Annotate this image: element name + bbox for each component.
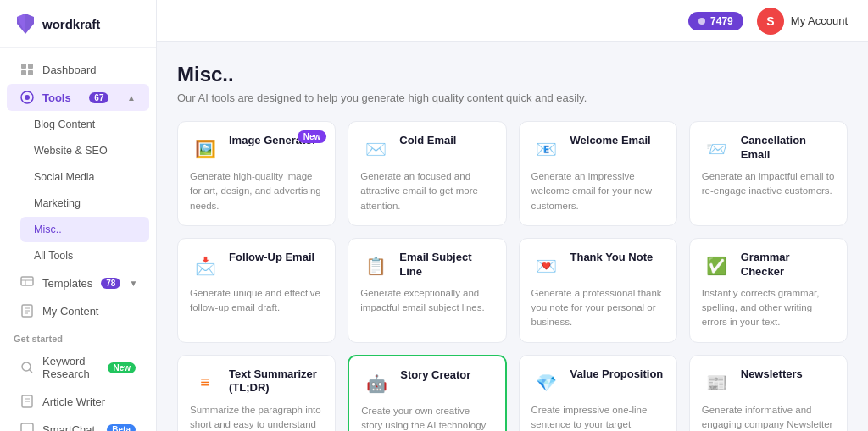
- tool-card-newsletters[interactable]: 📰 Newsletters Generate informative and e…: [689, 355, 848, 432]
- tool-card-header: 📋 Email Subject Line: [360, 251, 493, 281]
- sidebar-item-marketing[interactable]: Marketing: [20, 191, 149, 216]
- logo-text: wordkraft: [42, 17, 100, 31]
- sidebar-item-misc[interactable]: Misc..: [20, 217, 149, 242]
- templates-badge: 78: [101, 278, 120, 289]
- sidebar-item-templates[interactable]: Templates 78 ▼: [7, 269, 149, 296]
- tool-card-header: ✅ Grammar Checker: [702, 251, 835, 281]
- sidebar-item-keyword-research[interactable]: Keyword Research New: [7, 348, 149, 387]
- keyword-research-badge: New: [108, 362, 136, 373]
- tools-arrow: ▲: [127, 93, 136, 102]
- sidebar-item-blog-content[interactable]: Blog Content: [20, 112, 149, 137]
- sidebar-item-website-seo[interactable]: Website & SEO: [20, 138, 149, 163]
- tool-card-grammar-checker[interactable]: ✅ Grammar Checker Instantly corrects gra…: [689, 238, 848, 343]
- sidebar-item-social-media[interactable]: Social Media: [20, 164, 149, 190]
- tool-card-email-subject-line[interactable]: 📋 Email Subject Line Generate exceptiona…: [348, 238, 506, 343]
- templates-label: Templates: [42, 277, 92, 290]
- logo: wordkraft: [0, 0, 156, 48]
- tool-name: Text Summarizer (TL;DR): [229, 367, 323, 396]
- tool-icon: ✉️: [360, 134, 391, 164]
- user-account[interactable]: S My Account: [757, 8, 848, 35]
- tool-icon: 📰: [702, 367, 732, 398]
- smartchat-badge: Beta: [107, 424, 136, 432]
- sidebar-item-article-writer[interactable]: Article Writer: [7, 388, 149, 415]
- tool-card-text-summarizer[interactable]: ≡ Text Summarizer (TL;DR) Summarize the …: [177, 355, 336, 432]
- blog-content-label: Blog Content: [34, 119, 95, 130]
- templates-arrow: ▼: [129, 279, 137, 288]
- website-seo-label: Website & SEO: [34, 145, 108, 157]
- tool-card-header: 💌 Thank You Note: [531, 251, 665, 281]
- tool-icon: 🖼️: [190, 134, 220, 164]
- keyword-research-label: Keyword Research: [42, 355, 99, 380]
- header: 7479 S My Account: [157, 0, 868, 42]
- tool-icon: 📋: [360, 251, 391, 281]
- all-tools-label: All Tools: [34, 250, 73, 262]
- sidebar-item-dashboard[interactable]: Dashboard: [7, 56, 149, 83]
- main-wrapper: 7479 S My Account Misc.. Our AI tools ar…: [157, 0, 868, 431]
- tool-card-cold-email[interactable]: ✉️ Cold Email Generate an focused and at…: [348, 121, 506, 226]
- tool-desc: Generate an impressive welcome email for…: [531, 169, 665, 213]
- sidebar-item-all-tools[interactable]: All Tools: [20, 243, 149, 268]
- tool-card-header: 📰 Newsletters: [702, 367, 835, 398]
- tool-card-header: 💎 Value Proposition: [531, 367, 665, 398]
- tool-name: Cold Email: [399, 134, 456, 148]
- tool-card-story-creator[interactable]: 🤖 Story Creator Create your own creative…: [348, 355, 506, 432]
- tool-icon: 🤖: [361, 368, 392, 399]
- get-started-label: Get started: [0, 325, 156, 347]
- grid-icon: [20, 63, 34, 76]
- main-content: Misc.. Our AI tools are designed to help…: [157, 42, 868, 431]
- tool-card-header: ≡ Text Summarizer (TL;DR): [190, 367, 323, 398]
- svg-point-7: [25, 95, 30, 100]
- user-avatar: S: [757, 8, 784, 35]
- sidebar-item-tools-label: Tools: [42, 91, 71, 104]
- svg-line-16: [30, 370, 33, 373]
- tool-card-value-proposition[interactable]: 💎 Value Proposition Create impressive on…: [519, 355, 677, 432]
- smartchat-label: SmartChat: [42, 423, 95, 432]
- smartchat-icon: [20, 423, 34, 431]
- tools-grid: New 🖼️ Image Generator Generate high-qua…: [177, 121, 848, 431]
- misc-label: Misc..: [34, 224, 62, 235]
- tool-icon: ✅: [702, 251, 732, 281]
- tool-card-welcome-email[interactable]: 📧 Welcome Email Generate an impressive w…: [519, 121, 677, 226]
- svg-rect-4: [21, 70, 26, 75]
- credits-value: 7479: [710, 15, 733, 27]
- tool-name: Thank You Note: [570, 251, 654, 265]
- tool-card-thank-you-note[interactable]: 💌 Thank You Note Generate a professional…: [519, 238, 677, 343]
- tools-badge: 67: [89, 92, 108, 103]
- sidebar-item-smartchat[interactable]: SmartChat Beta: [7, 416, 149, 431]
- tool-desc: Generate a professional thank you note f…: [531, 286, 665, 330]
- new-badge: New: [298, 130, 327, 143]
- sidebar-item-my-content[interactable]: My Content: [7, 297, 149, 324]
- my-content-label: My Content: [42, 305, 98, 318]
- tool-card-image-generator[interactable]: New 🖼️ Image Generator Generate high-qua…: [177, 121, 336, 226]
- templates-icon: [20, 276, 34, 290]
- tool-card-follow-up-email[interactable]: 📩 Follow-Up Email Generate unique and ef…: [177, 238, 336, 343]
- svg-rect-20: [21, 423, 33, 431]
- sidebar-navigation: Dashboard Tools 67 ▲ Blog Content Websit…: [0, 48, 156, 431]
- tool-desc: Generate an impactful email to re-engage…: [702, 169, 835, 199]
- tools-subnav: Blog Content Website & SEO Social Media …: [0, 112, 156, 268]
- tool-card-cancellation-email[interactable]: 📨 Cancellation Email Generate an impactf…: [689, 121, 848, 226]
- tool-card-header: 🤖 Story Creator: [361, 368, 492, 399]
- sidebar-item-dashboard-label: Dashboard: [42, 64, 97, 76]
- svg-rect-5: [28, 70, 33, 75]
- page-subtitle: Our AI tools are designed to help you ge…: [177, 91, 848, 104]
- tool-card-header: 📧 Welcome Email: [531, 134, 665, 164]
- tool-icon: ≡: [190, 367, 220, 398]
- tool-card-header: ✉️ Cold Email: [360, 134, 493, 164]
- svg-rect-2: [21, 64, 26, 69]
- sidebar-item-tools[interactable]: Tools 67 ▲: [7, 84, 149, 111]
- tool-desc: Generate an focused and attractive email…: [360, 169, 493, 213]
- tool-card-header: 📨 Cancellation Email: [702, 134, 835, 164]
- tool-name: Welcome Email: [570, 134, 651, 148]
- tool-desc: Create your own creative story using the…: [361, 404, 492, 432]
- tool-desc: Generate exceptionally and impactful ema…: [360, 286, 493, 316]
- tool-icon: 📩: [190, 251, 220, 281]
- tool-desc: Generate unique and effective follow-up …: [190, 286, 323, 316]
- logo-icon: [14, 12, 37, 36]
- keyword-research-icon: [20, 361, 34, 374]
- user-name: My Account: [791, 14, 848, 27]
- tool-desc: Create impressive one-line sentence to y…: [531, 403, 665, 432]
- tool-card-header: 📩 Follow-Up Email: [190, 251, 323, 281]
- svg-rect-3: [28, 64, 33, 69]
- tool-icon: 💎: [531, 367, 562, 398]
